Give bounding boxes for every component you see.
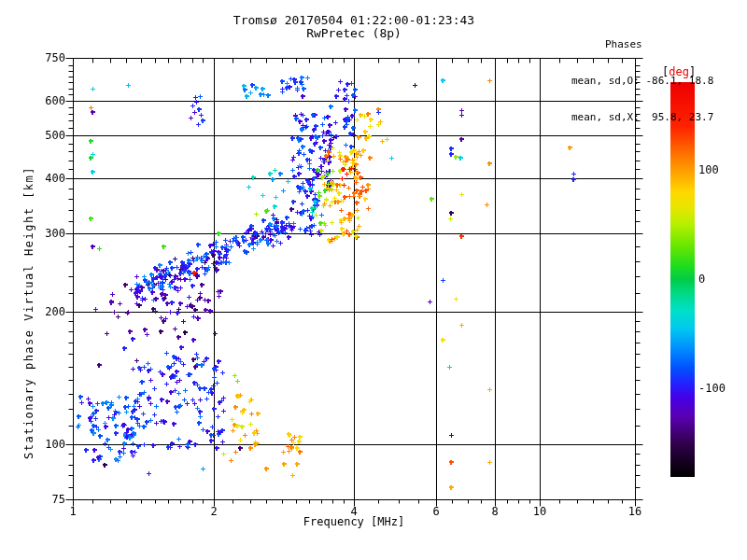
- y-tick-label: 500: [24, 129, 65, 142]
- colorbar-unit-label: [deg]: [662, 65, 696, 78]
- colorbar-deg-text: deg: [669, 65, 689, 78]
- page-title: Tromsø 20170504 01:22:00-01:23:43: [73, 13, 635, 27]
- stats-line-x: mean, sd,X: 95.8, 23.7: [571, 111, 713, 123]
- colorbar-tick-label: -100: [698, 382, 726, 395]
- y-tick-label: 600: [24, 94, 65, 107]
- colorbar-bracket-close: ]: [689, 65, 696, 78]
- ionogram-page: Tromsø 20170504 01:22:00-01:23:43 RwPret…: [0, 0, 747, 560]
- colorbar-tick-label: 0: [698, 273, 705, 286]
- y-tick-label: 300: [24, 227, 65, 240]
- stats-header: Phases: [571, 38, 713, 50]
- y-tick-label: 200: [24, 305, 65, 318]
- x-tick-label: 4: [335, 505, 373, 518]
- y-tick-label: 100: [24, 438, 65, 451]
- page-subtitle: RwPretec (8p): [73, 26, 635, 40]
- x-tick-label: 10: [521, 505, 558, 518]
- phase-stats-block: Phases mean, sd,O: -86.1, 18.8 mean, sd,…: [571, 14, 713, 147]
- y-tick-label: 400: [24, 172, 65, 185]
- x-tick-label: 1: [54, 505, 92, 518]
- y-tick-label: 75: [24, 493, 65, 506]
- x-tick-label: 6: [417, 505, 455, 518]
- x-tick-label: 8: [476, 505, 514, 518]
- colorbar-tick-label: 100: [698, 163, 719, 176]
- y-tick-label: 750: [24, 51, 65, 64]
- x-tick-label: 16: [616, 505, 654, 518]
- x-tick-label: 2: [195, 505, 233, 518]
